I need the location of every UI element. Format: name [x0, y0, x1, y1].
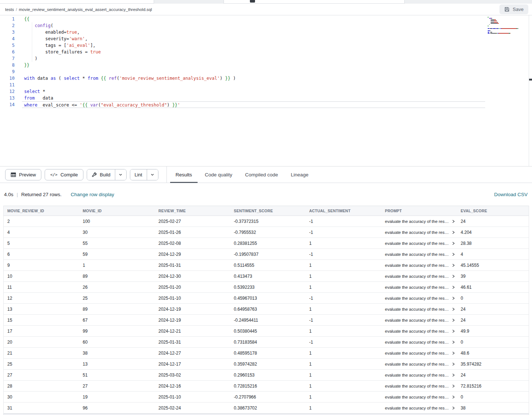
expand-prompt-icon[interactable] [452, 318, 455, 322]
expand-prompt-icon[interactable] [452, 274, 455, 278]
code-line[interactable]: where eval_score <= '{{ var("eval_accura… [22, 101, 485, 108]
cell-eval-score: 24 [461, 373, 529, 378]
code-line[interactable] [24, 82, 532, 88]
table-row[interactable]: 15672024-12-19-0.24954411-1evaluate the … [4, 315, 529, 326]
code-line[interactable]: }} [24, 62, 532, 68]
lint-button[interactable]: Lint [130, 169, 147, 180]
code-line[interactable]: enabled=true, [24, 29, 532, 35]
expand-prompt-icon[interactable] [452, 373, 455, 377]
compile-button[interactable]: </> Compile [45, 169, 83, 180]
prompt-preview-text: evaluate the accuracy of the res… [385, 395, 449, 399]
table-row[interactable]: 21002025-02-27-0.37372315-1evaluate the … [4, 216, 529, 227]
cell-actual-sentiment: 1 [309, 274, 385, 279]
code-line[interactable] [24, 68, 532, 75]
status-divider: | [17, 192, 18, 197]
expand-prompt-icon[interactable] [452, 220, 455, 223]
table-row[interactable]: 5552025-02-080.283812551evaluate the acc… [4, 238, 529, 249]
code-line[interactable]: config( [24, 22, 532, 29]
cell-movie-id: 55 [83, 241, 158, 246]
build-button[interactable]: Build [87, 169, 115, 180]
code-area[interactable]: {{ config( enabled=true, severity='warn'… [24, 15, 532, 166]
table-row[interactable]: 25132024-12-170.359742821evaluate the ac… [4, 359, 529, 370]
table-row[interactable]: 4302025-01-26-0.7955532-1evaluate the ac… [4, 227, 529, 238]
expand-prompt-icon[interactable] [452, 307, 455, 311]
table-row[interactable]: 17992024-12-210.503804451evaluate the ac… [4, 326, 529, 337]
build-button-label: Build [100, 172, 110, 177]
table-row[interactable]: 13892024-12-190.649587631evaluate the ac… [4, 304, 529, 315]
expand-prompt-icon[interactable] [452, 231, 455, 234]
cell-sentiment-score: 0.5392233 [234, 285, 309, 290]
table-row[interactable]: 31962025-02-240.386737021evaluate the ac… [4, 403, 529, 414]
cell-movie-id: 13 [83, 362, 158, 367]
tab-segment[interactable] [154, 0, 224, 4]
cell-actual-sentiment: 1 [309, 362, 385, 367]
cell-movie-review-id: 25 [7, 362, 83, 367]
cell-eval-score: 28.38 [461, 241, 529, 246]
code-line[interactable]: tags = ['ai_eval'], [24, 42, 532, 49]
code-line[interactable]: severity='warn', [24, 35, 532, 42]
cell-actual-sentiment: 1 [309, 285, 385, 290]
cell-movie-review-id: 31 [7, 405, 83, 411]
table-row[interactable]: 28272024-12-160.728152161evaluate the ac… [4, 381, 529, 392]
breadcrumb: tests / movie_review_sentiment_analysis_… [5, 7, 152, 12]
download-csv-link[interactable]: Download CSV [494, 192, 528, 197]
expand-prompt-icon[interactable] [452, 351, 455, 355]
expand-prompt-icon[interactable] [452, 340, 455, 344]
expand-prompt-icon[interactable] [452, 242, 455, 245]
cell-movie-id: 60 [83, 340, 158, 345]
cell-eval-score: 24 [461, 219, 529, 224]
table-row[interactable]: 20602025-01-310.73183584-1evaluate the a… [4, 337, 529, 348]
line-number: 1 [0, 16, 15, 22]
table-row[interactable]: 27512025-03-020.29601531evaluate the acc… [4, 370, 529, 381]
tab-results[interactable]: Results [175, 167, 193, 183]
code-line[interactable]: store_failures = true [24, 49, 532, 55]
prompt-preview-text: evaluate the accuracy of the res… [385, 219, 449, 224]
build-dropdown-button[interactable] [115, 169, 126, 180]
table-row[interactable]: 6592024-12-29-0.19507837-1evaluate the a… [4, 249, 529, 260]
code-line[interactable]: with data as ( select * from {{ ref('mov… [24, 75, 532, 82]
expand-prompt-icon[interactable] [452, 384, 455, 388]
table-row[interactable]: 30192025-01-10-0.27079661evaluate the ac… [4, 392, 529, 403]
scrollbar-marker[interactable] [529, 79, 532, 81]
cell-movie-review-id: 5 [7, 241, 83, 246]
code-editor[interactable]: 1234567891011121314 {{ config( enabled=t… [0, 15, 532, 166]
cell-eval-score: 0 [461, 395, 529, 400]
code-line[interactable]: ) [24, 55, 532, 62]
code-line[interactable]: {{ [24, 16, 532, 22]
table-row[interactable]: 12252025-01-100.45967013-1evaluate the a… [4, 293, 529, 304]
code-line[interactable]: select * [24, 88, 532, 95]
column-header-movie-review-id: MOVIE_REVIEW_ID [7, 209, 83, 213]
breadcrumb-folder[interactable]: tests [5, 7, 14, 12]
table-row[interactable]: 11262025-01-200.53922331evaluate the acc… [4, 282, 529, 293]
cell-movie-id: 99 [83, 329, 158, 334]
expand-prompt-icon[interactable] [452, 329, 455, 333]
table-row[interactable]: 912025-01-310.51145551evaluate the accur… [4, 260, 529, 271]
expand-prompt-icon[interactable] [452, 362, 455, 366]
cell-sentiment-score: 0.38673702 [234, 405, 309, 411]
cell-movie-id: 26 [83, 285, 158, 290]
cell-sentiment-score: -0.37372315 [234, 219, 309, 224]
save-button[interactable]: Save [499, 4, 528, 14]
preview-button[interactable]: Preview [5, 169, 41, 180]
cell-movie-review-id: 20 [7, 340, 83, 345]
table-row[interactable]: 10892024-12-300.4134731evaluate the accu… [4, 271, 529, 282]
expand-prompt-icon[interactable] [452, 263, 455, 267]
tab-code-quality[interactable]: Code quality [204, 167, 233, 183]
cell-movie-review-id: 21 [7, 351, 83, 356]
code-line[interactable]: from data [24, 95, 532, 101]
table-row[interactable]: 21382024-12-270.485951781evaluate the ac… [4, 348, 529, 359]
minimap[interactable] [488, 16, 528, 34]
change-row-display-link[interactable]: Change row display [71, 192, 114, 197]
tab-lineage[interactable]: Lineage [290, 167, 309, 183]
expand-prompt-icon[interactable] [452, 296, 455, 300]
expand-prompt-icon[interactable] [452, 285, 455, 289]
expand-prompt-icon[interactable] [452, 395, 455, 399]
tab-compiled-code[interactable]: Compiled code [244, 167, 279, 183]
tab-segment[interactable] [404, 0, 532, 4]
cell-eval-score: 45.14555 [461, 263, 529, 268]
line-number: 10 [0, 75, 15, 82]
expand-prompt-icon[interactable] [452, 253, 455, 256]
cell-eval-score: 72.815216 [461, 384, 529, 389]
lint-dropdown-button[interactable] [147, 169, 158, 180]
expand-prompt-icon[interactable] [452, 406, 455, 410]
